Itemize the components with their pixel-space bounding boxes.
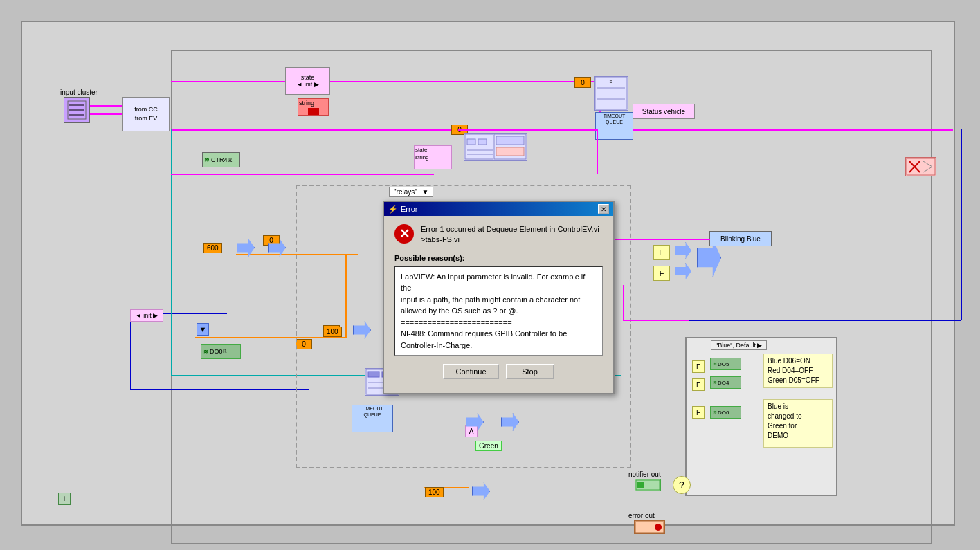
string-label: string: [298, 99, 328, 107]
i-counter: i: [58, 493, 71, 505]
wire-pink-top: [171, 81, 600, 82]
status-vehicle-block[interactable]: Status vehicle: [633, 104, 695, 119]
queue-block-right[interactable]: TIMEOUTQUEUE: [595, 112, 633, 140]
f-block[interactable]: F: [653, 266, 670, 281]
state-block[interactable]: state ◄ init ▶: [285, 67, 330, 95]
do4-block[interactable]: ≋ DO4: [710, 376, 741, 389]
dialog-buttons: Continue Stop: [394, 364, 603, 385]
init-arrow-block[interactable]: ◄ init ▶: [130, 309, 163, 322]
message-line5: Controller-In-Charge.: [401, 340, 597, 351]
svg-rect-5: [467, 139, 475, 145]
status-vehicle-label: Status vehicle: [642, 108, 685, 116]
f-block-blue-1[interactable]: F: [692, 360, 705, 373]
init-label: ◄ init ▶: [296, 81, 318, 88]
error-icon: ✕: [394, 224, 414, 244]
svg-rect-11: [496, 147, 524, 156]
blue-default-block[interactable]: F F ≋ DO5 ≋ DO4 Blue D06=ON Red D04=OFF …: [685, 337, 837, 496]
wire-pink-mid2: [171, 174, 434, 175]
question-block[interactable]: ?: [673, 476, 691, 494]
dialog-close-button[interactable]: ✕: [598, 204, 609, 214]
blue-default-label: "Blue", Default ▶: [711, 340, 767, 350]
svg-rect-10: [496, 136, 524, 145]
wire-blue-v1: [130, 313, 131, 389]
wire-pink-h4: [87, 105, 125, 107]
message-line2: input is a path, the path might contain …: [401, 294, 597, 306]
from-block[interactable]: from CC from EV: [122, 97, 170, 131]
do6-block[interactable]: ≋ DO6: [710, 406, 741, 419]
svg-point-19: [655, 524, 662, 531]
wire-blue-right: [689, 320, 961, 321]
num-const-100-1: 100: [323, 327, 342, 337]
from-cc-label: from CC: [134, 105, 158, 114]
string-block[interactable]: string: [298, 98, 329, 116]
svg-rect-26: [368, 372, 379, 377]
green-label: Green: [475, 441, 502, 451]
wire-pink-h5: [87, 113, 125, 115]
dialog-title-icon: ⚡: [388, 205, 398, 214]
do0-block[interactable]: ≋ DO0 ℝ: [201, 344, 241, 359]
wire-blue-h2: [130, 389, 309, 390]
error-dialog: ⚡ Error ✕ ✕ Error 1 occurred at Dequeue …: [383, 201, 615, 394]
dialog-title-text: Error: [401, 205, 417, 213]
wire-cyan-v1: [171, 129, 172, 375]
f-block-blue-2[interactable]: F: [692, 378, 705, 391]
notifier-block[interactable]: [635, 479, 661, 491]
text-note-colors: Blue D06=ON Red D04=OFF Green D05=OFF: [763, 354, 833, 388]
svg-rect-6: [478, 139, 487, 145]
input-cluster-label: input cluster: [60, 89, 98, 96]
wire-pink-h3: [600, 129, 953, 131]
e-block[interactable]: E: [653, 245, 670, 260]
a-label: A: [465, 425, 478, 437]
wire-blue-right-v: [961, 129, 962, 320]
dialog-title-row: ⚡ Error: [388, 205, 417, 214]
message-line1: LabVIEW: An input parameter is invalid. …: [401, 271, 597, 294]
dialog-error-text: Error 1 occurred at Dequeue Element in C…: [421, 224, 603, 246]
state-string-block[interactable]: state string: [414, 145, 452, 169]
dialog-message-box: LabVIEW: An input parameter is invalid. …: [394, 266, 603, 356]
message-line4: NI-488: Command requires GPIB Controller…: [401, 328, 597, 340]
wire-relay-v1: [623, 285, 624, 320]
num-const-600: 600: [203, 243, 222, 253]
dialog-error-row: ✕ Error 1 occurred at Dequeue Element in…: [394, 224, 603, 246]
from-ev-label: from EV: [135, 114, 158, 123]
svg-text:≡: ≡: [610, 79, 613, 85]
input-cluster-block[interactable]: [64, 97, 90, 123]
blinking-blue-block[interactable]: Blinking Blue: [709, 231, 772, 246]
error-out-block[interactable]: [634, 520, 665, 534]
error-out-label: error out: [628, 512, 655, 520]
x-block[interactable]: [905, 157, 936, 176]
bundle-block-1[interactable]: [493, 133, 527, 161]
notifier-out-label: notifier out: [628, 470, 661, 478]
queue-block-1[interactable]: TIMEOUTQUEUE: [352, 405, 393, 432]
blinking-blue-label: Blinking Blue: [720, 235, 761, 243]
svg-rect-20: [907, 158, 935, 175]
text-note-blue-changed: Blue is changed to Green for DEMO: [763, 399, 833, 448]
dialog-body: ✕ Error 1 occurred at Dequeue Element in…: [384, 216, 613, 393]
ctr4-label: CTR4: [211, 156, 228, 163]
num-const-100-2: 100: [425, 487, 444, 497]
message-line3: allowed by the OS such as ? or @.: [401, 305, 597, 317]
message-separator: =========================: [401, 317, 597, 329]
num-const-0-top: 0: [574, 77, 591, 88]
possible-reasons-title: Possible reason(s):: [394, 254, 603, 262]
down-arrow-block: ▼: [197, 323, 209, 336]
state-label: state: [301, 74, 315, 81]
wire-pink-blinking: [599, 239, 710, 240]
wire-pink-mid-v1: [597, 129, 598, 174]
do5-block[interactable]: ≋ DO5: [710, 358, 741, 370]
ctr4-block[interactable]: ≋ CTR4 ℝ: [202, 152, 240, 167]
wire-relay-h2: [623, 320, 689, 321]
continue-button[interactable]: Continue: [443, 364, 498, 379]
wire-pink-mid1: [458, 129, 597, 131]
top-right-block[interactable]: ≡: [594, 76, 628, 111]
dialog-titlebar: ⚡ Error ✕: [384, 202, 613, 216]
f-block-blue-3[interactable]: F: [692, 406, 705, 419]
stop-button[interactable]: Stop: [506, 364, 554, 379]
svg-rect-17: [637, 482, 644, 488]
